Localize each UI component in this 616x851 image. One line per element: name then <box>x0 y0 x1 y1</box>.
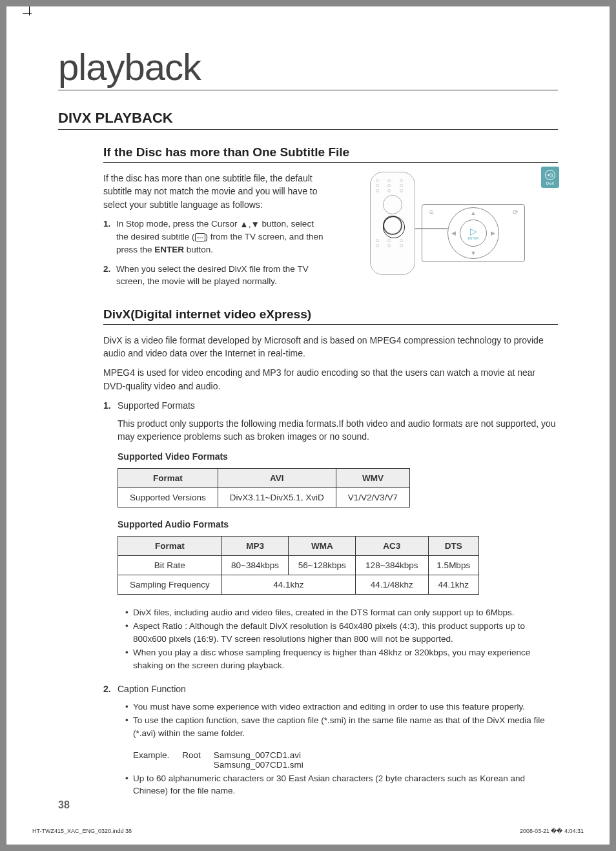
num-1: 1. <box>103 399 111 412</box>
remote-drawing <box>370 172 415 275</box>
atd-ac3-freq: 44.1/48khz <box>356 575 428 594</box>
note-6mbps: DivX files, including audio and video fi… <box>125 606 558 619</box>
memory-icon: ⟳ <box>513 209 518 216</box>
note-shaking: When you play a disc whose sampling freq… <box>125 646 558 672</box>
divx-heading: DivX(Digital internet video eXpress) <box>103 307 558 325</box>
ath-format: Format <box>118 536 222 555</box>
supported-formats-label: Supported Formats <box>118 400 195 411</box>
caption-example: Example. Root Samsung_007CD1.avi Samsung… <box>103 750 558 770</box>
video-table-caption: Supported Video Formats <box>103 451 558 462</box>
atd-dts-br: 1.5Mbps <box>428 555 479 575</box>
page-title: playback <box>58 45 558 90</box>
footer-file: HT-TWZ415_XAC_ENG_0320.indd 38 <box>32 828 132 834</box>
atd-mp3-br: 80~384kbps <box>221 555 289 575</box>
ath-dts: DTS <box>428 536 479 555</box>
atd-mp3wma-freq: 44.1khz <box>221 575 356 594</box>
subtitle-step-2: When you select the desired DivX file fr… <box>103 263 324 288</box>
play-icon: ▷ <box>470 226 477 236</box>
divx-p2: MPEG4 is used for video encoding and MP3… <box>103 366 558 393</box>
audio-table-caption: Supported Audio Formats <box>103 519 558 529</box>
ath-ac3: AC3 <box>356 536 428 555</box>
example-label: Example. <box>133 750 169 770</box>
subtitle-step-1: In Stop mode, press the Cursor ▲,▼ butto… <box>103 218 324 256</box>
atd-bitrate-label: Bit Rate <box>118 555 222 575</box>
atd-freq-label: Sampling Frequency <box>118 575 222 594</box>
example-avi: Samsung_007CD1.avi <box>214 750 303 760</box>
ath-wma: WMA <box>289 536 356 555</box>
caption-note-chars: Up to 60 alphanumeric characters or 30 E… <box>125 772 558 797</box>
audio-formats-table: Format MP3 WMA AC3 DTS Bit Rate 80~384kb… <box>118 536 479 595</box>
caption-note-smi: To use the caption function, save the ca… <box>125 714 558 739</box>
ath-mp3: MP3 <box>221 536 289 555</box>
dpad-panel: ⚟ ⟳ ▲ ▼ ◀ ▶ ▷ ENTER <box>422 204 525 262</box>
caption-function-heading: 2. Caption Function <box>103 682 558 695</box>
divx-p1: DivX is a video file format developed by… <box>103 334 558 360</box>
vth-format: Format <box>118 468 218 487</box>
remote-illustration: ⚟ ⟳ ▲ ▼ ◀ ▶ ▷ ENTER <box>337 172 558 294</box>
num-2: 2. <box>103 682 111 695</box>
caption-note-experience: You must have some experience with video… <box>125 701 558 713</box>
footer-bar: HT-TWZ415_XAC_ENG_0320.indd 38 2008-03-2… <box>32 828 584 834</box>
subtitle-heading: If the Disc has more than One Subtitle F… <box>103 145 558 163</box>
subtitle-intro: If the disc has more than one subtitle f… <box>103 172 324 211</box>
page-number: 38 <box>58 799 70 811</box>
step1-text-d: button. <box>184 245 213 254</box>
caption-function-label: Caption Function <box>118 684 186 694</box>
left-arrow-icon: ◀ <box>451 230 456 236</box>
vtd-wmv: V1/V2/V3/V7 <box>336 487 409 507</box>
vtd-versions-label: Supported Versions <box>118 487 218 507</box>
example-root: Root <box>182 750 201 770</box>
atd-ac3-br: 128~384kbps <box>356 555 428 575</box>
video-formats-table: Format AVI WMV Supported Versions DivX3.… <box>118 468 410 508</box>
atd-dts-freq: 44.1khz <box>428 575 479 594</box>
supported-formats-heading: 1. Supported Formats <box>103 399 558 412</box>
down-arrow-icon: ▼ <box>471 250 477 256</box>
example-smi: Samsung_007CD1.smi <box>214 760 303 770</box>
enter-bold: ENTER <box>154 245 184 254</box>
crop-mark <box>23 6 36 19</box>
vth-wmv: WMV <box>336 468 409 487</box>
atd-wma-br: 56~128kbps <box>289 555 356 575</box>
supported-formats-body: This product only supports the following… <box>103 417 558 444</box>
vtd-avi: DivX3.11~DivX5.1, XviD <box>218 487 336 507</box>
footer-timestamp: 2008-03-21 �� 4:04:31 <box>520 828 584 834</box>
up-arrow-icon: ▲ <box>471 210 477 216</box>
tuning-icon: ⚟ <box>429 209 435 216</box>
vth-avi: AVI <box>218 468 336 487</box>
manual-page: playback DIVX PLAYBACK ●)) DivX If the D… <box>6 6 610 845</box>
step1-text-a: In Stop mode, press the Cursor <box>116 219 240 229</box>
note-aspect: Aspect Ratio : Although the default DivX… <box>125 620 558 645</box>
subtitle-icon <box>195 233 205 241</box>
right-arrow-icon: ▶ <box>491 230 495 236</box>
enter-label: ENTER <box>468 236 479 240</box>
section-heading: DIVX PLAYBACK <box>58 110 558 130</box>
